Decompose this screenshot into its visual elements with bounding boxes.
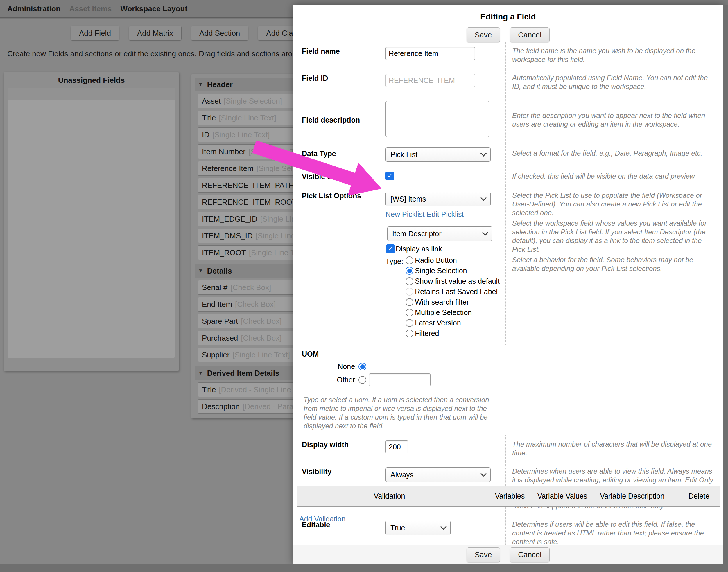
visible-on-preview-label: Visible on preview bbox=[297, 167, 381, 186]
uom-other-input[interactable] bbox=[369, 373, 431, 386]
picklist-value: [WS] Items bbox=[390, 195, 426, 203]
dialog-top-buttons: Save Cancel bbox=[293, 27, 723, 43]
visibility-select[interactable]: Always bbox=[386, 468, 491, 482]
page-bottom-margin bbox=[0, 564, 728, 572]
data-type-value: Pick List bbox=[390, 150, 417, 159]
field-name-label: Field name bbox=[297, 42, 381, 69]
unassigned-fields-empty-row bbox=[8, 88, 175, 99]
variables-column-header: Variables bbox=[495, 492, 525, 500]
field-label: ITEM_EDGE_ID bbox=[202, 215, 257, 224]
field-label: REFERENCE_ITEM_PATH bbox=[202, 181, 294, 190]
add-section-button[interactable]: Add Section bbox=[191, 25, 248, 41]
display-as-link-checkbox[interactable]: ✓ bbox=[386, 244, 395, 253]
unassigned-fields-droplist[interactable] bbox=[8, 88, 175, 358]
picklist-divider bbox=[386, 223, 501, 223]
chevron-down-icon bbox=[480, 471, 486, 477]
chevron-down-icon bbox=[480, 195, 486, 201]
new-picklist-link[interactable]: New Picklist bbox=[386, 210, 425, 218]
type-radio-group: Radio Button Single Selection Show first… bbox=[405, 256, 500, 340]
radio-filtered[interactable] bbox=[405, 330, 413, 337]
pick-list-help-3: Select a behavior for the field. Some be… bbox=[512, 256, 714, 273]
visible-on-preview-checkbox[interactable]: ✓ bbox=[386, 171, 394, 180]
field-label: Title bbox=[202, 114, 216, 123]
field-name-help: The field name is the name you wish to b… bbox=[506, 42, 720, 69]
edit-picklist-link[interactable]: Edit Picklist bbox=[427, 210, 464, 218]
field-edit-form: Field name The field name is the name yo… bbox=[297, 42, 720, 555]
editing-a-field-dialog: Editing a Field Save Cancel Field name T… bbox=[293, 5, 723, 564]
tab-workspace-layout[interactable]: Workspace Layout bbox=[120, 4, 187, 13]
visible-on-preview-help: If checked, this field will be visible o… bbox=[506, 167, 720, 186]
validation-header-row: Validation Variables Variable Values Var… bbox=[297, 486, 720, 507]
field-type: [Check Box] bbox=[241, 317, 281, 326]
uom-none-label: None: bbox=[302, 362, 357, 371]
data-type-label: Data Type bbox=[297, 144, 381, 167]
tab-administration[interactable]: Administration bbox=[7, 4, 60, 13]
uom-help: Type or select a uom. If a uom is select… bbox=[297, 391, 506, 435]
radio-single-selection[interactable] bbox=[405, 267, 413, 275]
field-type: [Check Box] bbox=[235, 300, 276, 309]
field-type: [Check Box] bbox=[230, 283, 271, 292]
display-width-input[interactable] bbox=[386, 440, 408, 453]
radio-label: With search filter bbox=[415, 298, 469, 306]
uom-other-label: Other: bbox=[302, 376, 357, 384]
data-type-select[interactable]: Pick List bbox=[386, 147, 491, 162]
add-field-button[interactable]: Add Field bbox=[71, 25, 119, 41]
type-label: Type: bbox=[386, 257, 403, 340]
chevron-down-icon bbox=[482, 229, 488, 235]
descriptor-select[interactable]: Item Descriptor bbox=[387, 226, 492, 241]
page-right-margin bbox=[723, 5, 728, 564]
cancel-button[interactable]: Cancel bbox=[510, 27, 550, 43]
field-label: ITEM_ROOT bbox=[202, 248, 246, 257]
field-description-label: Field description bbox=[297, 96, 381, 144]
field-type: [Single Line Text] bbox=[219, 114, 276, 123]
field-label: Supplier bbox=[202, 350, 229, 359]
pick-list-help-1: Select the Pick List to use to populate … bbox=[512, 191, 714, 217]
unassigned-fields-title: Unassigned Fields bbox=[4, 72, 179, 88]
row-field-name: Field name The field name is the name yo… bbox=[297, 42, 720, 69]
tab-asset-items[interactable]: Asset Items bbox=[69, 4, 112, 13]
display-as-link-label: Display as link bbox=[396, 245, 442, 253]
uom-none-radio[interactable] bbox=[358, 363, 366, 370]
collapse-triangle-icon: ▼ bbox=[198, 370, 203, 376]
radio-label: Radio Button bbox=[415, 256, 457, 265]
radio-latest-version[interactable] bbox=[405, 319, 413, 327]
radio-radio-button[interactable] bbox=[405, 257, 413, 264]
cancel-button-bottom[interactable]: Cancel bbox=[510, 547, 550, 562]
pick-list-help-2: Select the workspace field whose values … bbox=[512, 219, 714, 254]
field-id-input bbox=[386, 74, 475, 87]
uom-label: UOM bbox=[302, 350, 715, 358]
field-id-help: Automatically populated using Field Name… bbox=[506, 69, 720, 95]
row-data-type: Data Type Pick List Select a format for … bbox=[297, 144, 720, 167]
row-field-description: Field description Enter the description … bbox=[297, 96, 720, 144]
editable-value: True bbox=[390, 524, 405, 532]
radio-label: Multiple Selection bbox=[415, 308, 472, 317]
delete-column-header: Delete bbox=[677, 492, 720, 500]
uom-other-radio[interactable] bbox=[358, 376, 366, 384]
radio-with-search-filter[interactable] bbox=[405, 298, 413, 306]
pick-list-options-label: Pick List Options bbox=[297, 187, 381, 345]
add-validation-link[interactable]: Add Validation... bbox=[299, 515, 351, 523]
save-button[interactable]: Save bbox=[467, 27, 500, 43]
collapse-triangle-icon: ▼ bbox=[198, 268, 203, 274]
section-title: Header bbox=[207, 80, 233, 89]
picklist-select[interactable]: [WS] Items bbox=[386, 192, 491, 206]
field-description-textarea[interactable] bbox=[386, 101, 489, 137]
visibility-value: Always bbox=[390, 471, 413, 479]
section-title: Details bbox=[207, 267, 232, 276]
radio-label: Single Selection bbox=[415, 267, 467, 275]
radio-label: Show first value as default bbox=[415, 277, 500, 285]
field-name-input[interactable] bbox=[386, 47, 475, 60]
radio-multiple-selection[interactable] bbox=[405, 309, 413, 316]
radio-show-first-value[interactable] bbox=[405, 277, 413, 285]
row-field-id: Field ID Automatically populated using F… bbox=[297, 69, 720, 96]
add-matrix-button[interactable]: Add Matrix bbox=[129, 25, 182, 41]
variable-description-column-header: Variable Description bbox=[600, 492, 664, 500]
variable-values-column-header: Variable Values bbox=[537, 492, 587, 500]
validation-table: Validation Variables Variable Values Var… bbox=[297, 486, 720, 523]
field-label: ITEM_DMS_ID bbox=[202, 231, 253, 240]
save-button-bottom[interactable]: Save bbox=[467, 547, 500, 562]
row-uom: UOM None: Other: Type or select a uom. I… bbox=[297, 345, 720, 435]
chevron-down-icon bbox=[441, 523, 447, 529]
field-label: Purchased bbox=[202, 334, 238, 343]
unassigned-fields-panel: Unassigned Fields bbox=[4, 72, 179, 371]
